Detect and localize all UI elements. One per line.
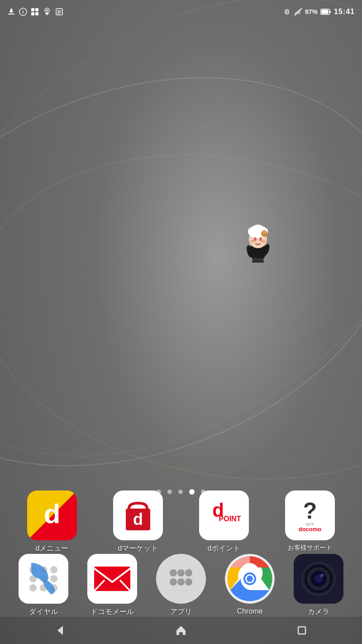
d-point-icon: d POINT [199,490,249,540]
signal-blocked-icon [294,8,302,16]
svg-marker-88 [176,626,186,635]
svg-text:d: d [44,499,61,529]
chrome-icon [225,554,275,604]
camera-icon [294,554,343,604]
d-menu-icon: d [27,490,77,540]
d-point-label: dポイント [208,544,241,553]
svg-text:NTT: NTT [306,522,314,527]
nav-recents-button[interactable] [288,621,315,639]
svg-point-1 [0,118,362,516]
battery-icon [320,8,331,16]
svg-point-11 [259,237,262,241]
dock-camera[interactable]: カメラ [284,554,353,617]
svg-text:?: ? [303,498,317,524]
svg-point-65 [170,569,177,577]
dial-label: ダイヤル [29,607,58,617]
d-support-label: お客様サポート [288,544,332,552]
page-dot-0[interactable] [157,490,161,494]
svg-rect-25 [31,12,34,15]
svg-text:POINT: POINT [219,515,241,523]
svg-point-0 [0,9,362,535]
apps-label: アプリ [170,607,192,617]
dock-docomo-mail[interactable]: ドコモメール [78,554,147,617]
svg-point-19 [262,230,266,234]
page-dot-2[interactable] [178,490,183,494]
svg-point-12 [250,240,255,243]
sim-icon [55,8,63,16]
d-support-icon: ? docomo NTT [285,490,335,540]
nfc-icon [282,8,291,16]
d-menu-label: dメニュー [36,544,69,553]
app-d-market[interactable]: d dマーケット [102,490,174,553]
app-d-menu[interactable]: d dメニュー [16,490,88,553]
page-dot-1[interactable] [167,490,172,494]
dock: ダイヤル ドコモメール [0,554,362,617]
svg-point-13 [261,240,266,243]
camera-label: カメラ [308,607,329,617]
svg-rect-30 [56,9,62,15]
svg-point-69 [177,578,185,586]
docomo-mail-icon [87,554,137,604]
svg-text:d: d [133,510,143,529]
page-dot-4[interactable] [201,490,205,494]
nav-bar [0,617,362,644]
svg-rect-20 [8,14,14,14]
page-indicators [0,489,362,495]
svg-rect-37 [329,11,331,13]
nav-back-button[interactable] [47,621,74,639]
app-grid: d dメニュー d dマーケット [0,490,362,553]
back-icon [54,624,67,637]
svg-rect-24 [35,8,38,11]
svg-point-76 [247,576,253,582]
info-icon: i [19,8,27,16]
recents-icon [295,624,308,637]
nav-home-button[interactable] [167,621,195,639]
svg-text:docomo: docomo [299,526,322,533]
mascot-character [240,222,276,263]
svg-rect-29 [46,13,48,15]
svg-point-10 [254,237,257,241]
app-icon [31,8,39,16]
svg-point-53 [50,566,57,573]
docomo-mail-label: ドコモメール [90,607,134,617]
dock-apps[interactable]: アプリ [147,554,215,617]
svg-point-68 [170,578,177,586]
page-dot-3[interactable] [189,489,195,495]
app-d-point[interactable]: d POINT dポイント [188,490,260,553]
dial-icon [19,554,68,604]
dock-chrome[interactable]: Chrome [215,554,284,615]
svg-point-86 [322,574,324,576]
status-bar: i [0,0,362,24]
svg-rect-36 [322,10,329,14]
dock-dial[interactable]: ダイヤル [9,554,78,617]
joystick-icon [43,8,52,16]
svg-rect-89 [298,627,305,634]
svg-point-56 [50,575,57,582]
svg-point-67 [185,569,192,577]
app-row: d dメニュー d dマーケット [9,490,353,553]
status-time: 15:41 [334,8,355,16]
chrome-label: Chrome [237,607,263,615]
svg-point-66 [177,569,185,577]
svg-rect-23 [31,8,34,11]
svg-point-28 [46,10,48,11]
svg-rect-61 [94,567,130,591]
status-right: 97% 15:41 [282,8,355,16]
d-market-label: dマーケット [118,544,158,553]
apps-icon [156,554,206,604]
svg-point-2 [0,0,362,551]
svg-text:i: i [23,10,24,14]
status-icons-left: i [7,8,63,16]
battery-percent: 97% [305,8,318,15]
svg-line-34 [295,8,302,15]
download-icon [7,8,15,16]
svg-marker-87 [57,626,63,635]
svg-point-57 [29,584,37,591]
svg-rect-26 [35,12,38,15]
app-d-support[interactable]: ? docomo NTT お客様サポート [274,490,346,552]
home-icon [175,624,187,637]
svg-point-70 [185,578,192,586]
d-market-icon: d [113,490,163,540]
